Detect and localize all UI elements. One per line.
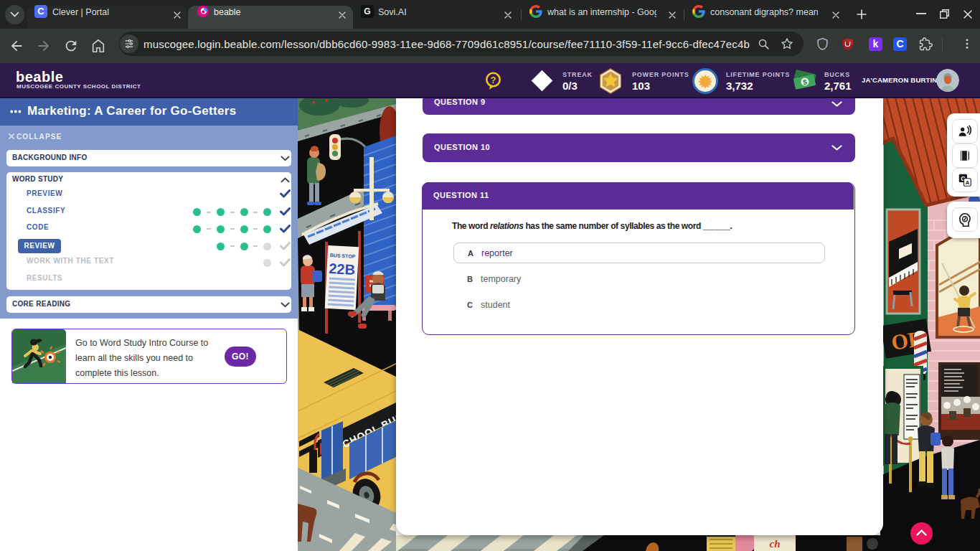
svg-text:A: A <box>966 179 970 186</box>
svg-text:22B: 22B <box>329 260 356 278</box>
svg-text:ch: ch <box>770 538 781 550</box>
svg-text:?: ? <box>491 75 496 85</box>
